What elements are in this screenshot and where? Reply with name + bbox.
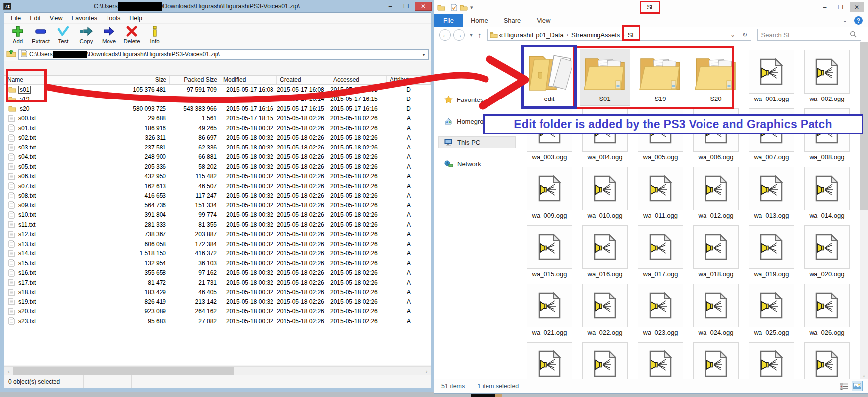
grid-item[interactable]	[747, 341, 796, 379]
table-row[interactable]: s00.txt29 6881 5612015-05-17 18:152015-0…	[4, 114, 431, 124]
maximize-button[interactable]: ❒	[399, 2, 414, 11]
table-row[interactable]: s12.txt738 367203 8872015-05-18 00:32201…	[4, 230, 431, 240]
scrollbar-thumb[interactable]	[860, 42, 868, 210]
tab-file[interactable]: File	[434, 14, 463, 27]
breadcrumb-separator-icon[interactable]: ›	[621, 32, 626, 38]
history-dropdown-icon[interactable]: ▾	[470, 31, 473, 38]
table-row[interactable]: s05.txt205 33658 2022015-05-18 00:322015…	[4, 162, 431, 172]
table-row[interactable]: s192015-05-17 16:152015-05-17 16:142015-…	[4, 95, 431, 104]
details-view-button[interactable]	[839, 381, 850, 391]
grid-item-wa_015.ogg[interactable]: wa_015.ogg	[525, 224, 574, 281]
scroll-left-icon[interactable]: ‹	[4, 367, 13, 375]
vertical-scrollbar[interactable]: ⌄	[860, 42, 868, 379]
up-folder-icon[interactable]	[6, 49, 16, 60]
tab-view[interactable]: View	[529, 14, 558, 27]
delete-button[interactable]: Delete	[120, 24, 143, 44]
help-icon[interactable]: ?	[854, 16, 863, 25]
table-row[interactable]: s11.txt281 33381 3552015-05-18 00:322015…	[4, 220, 431, 230]
close-button[interactable]: ✕	[850, 2, 864, 12]
column-header-name[interactable]: Name	[4, 76, 125, 84]
close-button[interactable]: ✕	[415, 2, 432, 11]
ribbon-collapse-icon[interactable]: ⌄	[843, 17, 847, 24]
grid-item-wa_005.ogg[interactable]: wa_005.ogg	[636, 107, 685, 164]
minimize-button[interactable]: –	[383, 2, 398, 11]
grid-item-S01[interactable]: S01	[580, 49, 630, 105]
move-button[interactable]: Move	[98, 24, 120, 44]
scroll-right-icon[interactable]: ›	[422, 367, 431, 375]
table-row[interactable]: s07.txt162 61346 5072015-05-18 00:322015…	[4, 181, 431, 191]
table-row[interactable]: s01.txt186 91649 2652015-05-18 00:322015…	[4, 123, 431, 133]
test-button[interactable]: Test	[52, 24, 75, 44]
grid-item-wa_013.ogg[interactable]: wa_013.ogg	[747, 166, 796, 222]
table-row[interactable]: s20.txt923 089264 1622015-05-18 00:32201…	[4, 307, 431, 317]
grid-item[interactable]	[636, 341, 685, 379]
table-row[interactable]: s23.txt95 68327 0822015-05-18 00:322015-…	[4, 316, 431, 326]
chevron-down-icon[interactable]: ▾	[419, 52, 428, 57]
table-row[interactable]: s02.txt326 31186 6972015-05-18 00:322015…	[4, 133, 431, 143]
grid-item-wa_021.ogg[interactable]: wa_021.ogg	[525, 283, 574, 339]
grid-item[interactable]	[525, 341, 574, 379]
search-input[interactable]: Search SE	[757, 29, 861, 41]
column-header-created[interactable]: Created	[277, 76, 330, 84]
table-row[interactable]: s06.txt432 950115 4822015-05-18 00:32201…	[4, 172, 431, 182]
table-row[interactable]: s09.txt564 736151 3342015-05-18 00:32201…	[4, 200, 431, 210]
menu-item-file[interactable]: File	[6, 14, 25, 23]
grid-item-wa_009.ogg[interactable]: wa_009.ogg	[525, 166, 574, 222]
grid-item-wa_018.ogg[interactable]: wa_018.ogg	[691, 224, 741, 281]
grid-item-S19[interactable]: S19	[636, 49, 685, 105]
table-row[interactable]: s15.txt132 95436 1032015-05-18 00:322015…	[4, 258, 431, 268]
grid-item-wa_026.ogg[interactable]: wa_026.ogg	[802, 283, 852, 339]
menu-item-favorites[interactable]: Favorites	[67, 14, 102, 23]
grid-item-wa_004.ogg[interactable]: wa_004.ogg	[580, 107, 630, 164]
tab-home[interactable]: Home	[463, 14, 496, 27]
breadcrumb-segment[interactable]: SE	[628, 31, 636, 39]
menu-item-tools[interactable]: Tools	[102, 14, 125, 23]
menu-item-edit[interactable]: Edit	[25, 14, 45, 23]
horizontal-scrollbar[interactable]: ‹ ›	[4, 366, 431, 375]
table-row[interactable]: s17.txt81 47221 7312015-05-18 00:322015-…	[4, 278, 431, 288]
forward-button[interactable]: →	[453, 29, 465, 41]
column-header-accessed[interactable]: Accessed	[330, 76, 387, 84]
sevenzip-titlebar[interactable]: 7z C:\Users\Downloads\Higurashi\Higurash…	[0, 0, 434, 12]
grid-item-S20[interactable]: S20	[691, 49, 741, 105]
grid-item-wa_007.ogg[interactable]: wa_007.ogg	[747, 107, 796, 164]
column-header-modified[interactable]: Modified	[220, 76, 277, 84]
grid-item-wa_023.ogg[interactable]: wa_023.ogg	[636, 283, 685, 339]
grid-item-wa_025.ogg[interactable]: wa_025.ogg	[747, 283, 796, 339]
breadcrumb-segment[interactable]: StreamingAssets	[571, 31, 620, 39]
grid-item-wa_020.ogg[interactable]: wa_020.ogg	[802, 224, 852, 281]
column-header-attributes[interactable]: Attributes	[387, 76, 431, 84]
table-row[interactable]: s01105 376 48197 591 7092015-05-17 16:08…	[4, 85, 431, 95]
table-row[interactable]: s14.txt1 518 150416 3722015-05-18 00:322…	[4, 249, 431, 259]
grid-item-wa_008.ogg[interactable]: wa_008.ogg	[802, 107, 852, 164]
refresh-icon[interactable]: ↻	[739, 29, 751, 40]
table-row[interactable]: s18.txt183 42946 4052015-05-18 00:322015…	[4, 288, 431, 298]
table-row[interactable]: s20580 093 725543 383 9662015-05-17 16:1…	[4, 104, 431, 114]
add-button[interactable]: Add	[6, 24, 29, 44]
grid-item-wa_002.ogg[interactable]: wa_002.ogg	[802, 49, 852, 105]
column-header-packed-size[interactable]: Packed Size	[170, 76, 220, 84]
grid-item-wa_010.ogg[interactable]: wa_010.ogg	[580, 166, 630, 222]
grid-item-wa_017.ogg[interactable]: wa_017.ogg	[636, 224, 685, 281]
table-row[interactable]: s16.txt355 65897 1622015-05-18 00:322015…	[4, 268, 431, 278]
grid-item-wa_019.ogg[interactable]: wa_019.ogg	[747, 224, 796, 281]
table-row[interactable]: s08.txt416 653117 2472015-05-18 00:32201…	[4, 191, 431, 201]
address-bar[interactable]: «HigurashiEp01_Data›StreamingAssets›SE ⌄…	[487, 29, 751, 41]
grid-item[interactable]	[580, 341, 630, 379]
scroll-down-icon[interactable]: ⌄	[860, 371, 868, 379]
grid-item-wa_001.ogg[interactable]: wa_001.ogg	[747, 49, 796, 105]
column-header-size[interactable]: Size	[125, 76, 170, 84]
extract-button[interactable]: Extract	[29, 24, 52, 44]
sevenzip-address-combobox[interactable]: C:\Users\Downloads\Higurashi\HigurashiPS…	[18, 49, 429, 60]
grid-item-wa_014.ogg[interactable]: wa_014.ogg	[802, 166, 852, 222]
grid-item-wa_006.ogg[interactable]: wa_006.ogg	[691, 107, 741, 164]
breadcrumb-separator-icon[interactable]: ›	[565, 32, 570, 38]
breadcrumb-overflow-icon[interactable]: «	[499, 31, 503, 39]
grid-item-edit[interactable]: edit	[525, 49, 574, 105]
grid-item-wa_016.ogg[interactable]: wa_016.ogg	[580, 224, 630, 281]
grid-item[interactable]	[802, 341, 852, 379]
grid-item-wa_003.ogg[interactable]: wa_003.ogg	[525, 107, 574, 164]
copy-button[interactable]: Copy	[75, 24, 98, 44]
table-row[interactable]: s10.txt391 80499 7742015-05-18 00:322015…	[4, 210, 431, 220]
maximize-button[interactable]: ❒	[834, 2, 848, 12]
